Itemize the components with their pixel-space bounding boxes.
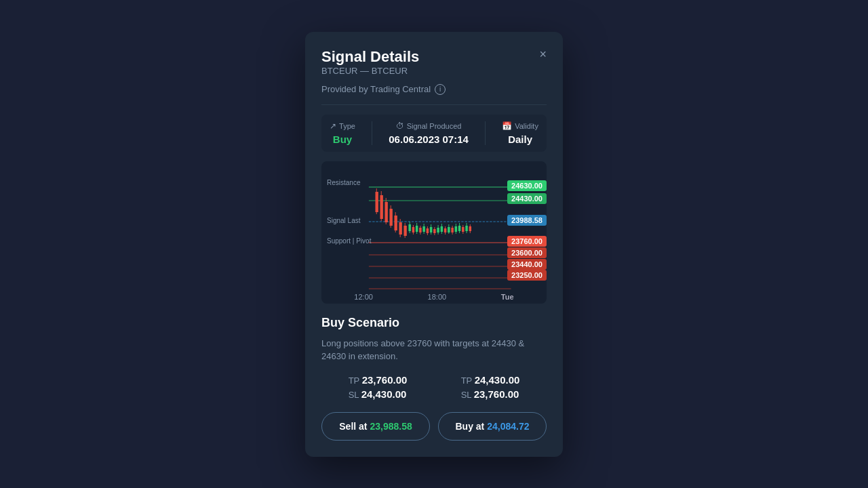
sl1-row: SL 24,430.00 — [349, 388, 408, 400]
action-buttons: Sell at 23,988.58 Buy at 24,084.72 — [321, 412, 547, 441]
tp-sl-col-2: TP 24,430.00 SL 23,760.00 — [461, 374, 520, 400]
price-s1: 23760.00 — [507, 236, 547, 247]
tp2-row: TP 24,430.00 — [461, 374, 520, 386]
time-tue: Tue — [501, 293, 514, 301]
meta-type: ↗ Type Buy — [330, 121, 355, 145]
buy-button[interactable]: Buy at 24,084.72 — [438, 412, 547, 441]
price-chart: Resistance Signal Last Support | Pivot 2… — [321, 161, 547, 304]
meta-validity: 📅 Validity Daily — [502, 121, 538, 145]
info-icon[interactable]: i — [435, 84, 446, 95]
close-button[interactable]: × — [536, 45, 549, 63]
signal-last-label: Signal Last — [327, 217, 360, 224]
sl2-row: SL 23,760.00 — [461, 388, 520, 400]
type-label: ↗ Type — [330, 121, 355, 131]
sell-price: 23,988.58 — [370, 421, 412, 432]
price-current: 23988.58 — [507, 215, 547, 226]
sl2-value: 23,760.00 — [474, 388, 519, 400]
scenario-title: Buy Scenario — [321, 316, 547, 330]
scenario-description: Long positions above 23760 with targets … — [321, 337, 547, 363]
tp1-row: TP 23,760.00 — [349, 374, 408, 386]
support-label: Support | Pivot — [327, 237, 371, 245]
buy-price: 24,084.72 — [487, 421, 529, 432]
signal-produced-value: 06.06.2023 07:14 — [389, 134, 469, 145]
tp2-value: 24,430.00 — [475, 374, 520, 386]
modal-subtitle: BTCEUR — BTCEUR — [321, 66, 547, 76]
provider-text: Provided by Trading Central — [321, 84, 431, 94]
validity-label: 📅 Validity — [502, 121, 538, 131]
signal-produced-label: ⏱ Signal Produced — [396, 121, 462, 131]
calendar-icon: 📅 — [502, 121, 512, 131]
svg-rect-10 — [380, 195, 382, 219]
sl1-value: 24,430.00 — [361, 388, 407, 400]
price-s2: 23600.00 — [507, 247, 547, 258]
sell-button[interactable]: Sell at 23,988.58 — [321, 412, 430, 441]
modal-title: Signal Details — [321, 48, 547, 66]
clock-icon: ⏱ — [396, 121, 404, 131]
provider-row: Provided by Trading Central i — [321, 84, 547, 105]
resistance-label: Resistance — [327, 179, 360, 186]
meta-divider-1 — [372, 121, 372, 145]
svg-rect-12 — [384, 202, 387, 222]
chart-time-labels: 12:00 18:00 Tue — [321, 290, 547, 304]
modal-header: Signal Details BTCEUR — BTCEUR — [321, 48, 547, 76]
type-value: Buy — [333, 134, 352, 145]
meta-signal-produced: ⏱ Signal Produced 06.06.2023 07:14 — [389, 121, 469, 145]
price-s3: 23440.00 — [507, 259, 547, 270]
time-1800: 18:00 — [428, 293, 447, 301]
validity-value: Daily — [508, 134, 532, 145]
tp-sl-grid: TP 23,760.00 SL 24,430.00 TP 24,430.00 S… — [321, 374, 547, 400]
price-r1: 24630.00 — [507, 180, 547, 191]
signal-meta: ↗ Type Buy ⏱ Signal Produced 06.06.2023 … — [321, 115, 547, 152]
svg-rect-20 — [403, 226, 406, 236]
trend-up-icon: ↗ — [330, 121, 336, 131]
price-r2: 24430.00 — [507, 193, 547, 204]
signal-details-modal: Signal Details BTCEUR — BTCEUR × Provide… — [305, 32, 563, 457]
tp1-value: 23,760.00 — [362, 374, 408, 386]
tp-sl-col-1: TP 23,760.00 SL 24,430.00 — [349, 374, 408, 400]
time-1200: 12:00 — [354, 293, 373, 301]
price-s4: 23250.00 — [507, 270, 547, 281]
meta-divider-2 — [485, 121, 486, 145]
